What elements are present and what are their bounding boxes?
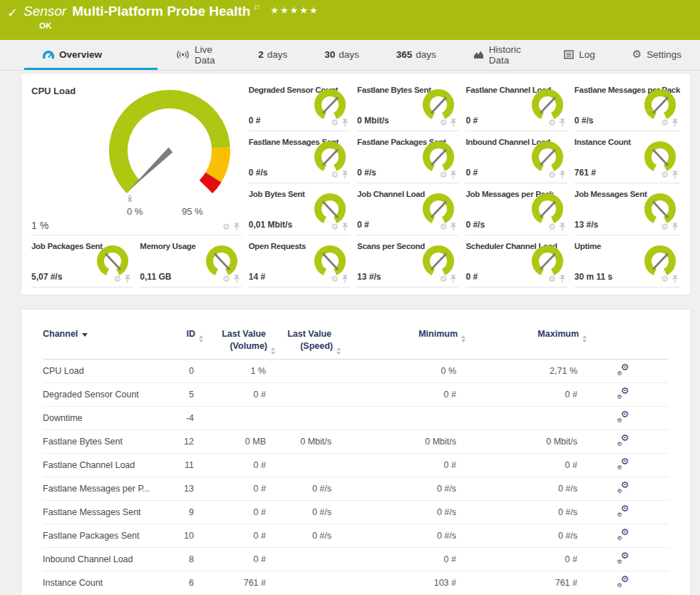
edit-channel-icon[interactable]: ⚙⚙ — [617, 506, 629, 517]
last-value-speed: 0 #/s — [266, 500, 331, 524]
minimum-value: 0 #/s — [331, 524, 456, 547]
sort-toggle-icon[interactable] — [461, 335, 465, 342]
minimum-value: 0 # — [331, 453, 456, 477]
channel-name: Degraded Sensor Count — [43, 382, 153, 406]
mini-gauge — [643, 243, 677, 278]
tile-pin-icon[interactable] — [559, 171, 566, 179]
tile-pin-icon[interactable] — [671, 118, 679, 127]
flag-icon[interactable]: ⚐ — [253, 4, 260, 13]
edit-channel-icon[interactable]: ⚙⚙ — [617, 459, 629, 469]
tab-30-days[interactable]: 30days — [306, 40, 378, 70]
maximum-value: 0 # — [456, 453, 577, 477]
sort-toggle-icon[interactable] — [336, 347, 341, 355]
last-value-speed: 0 #/s — [266, 477, 331, 500]
tile-settings-icon[interactable]: ⚙ — [331, 118, 339, 127]
column-header-max[interactable]: Maximum — [456, 314, 577, 359]
channel-name: Downtime — [43, 406, 153, 429]
column-header-channel[interactable]: Channel — [43, 314, 153, 359]
tile-settings-icon[interactable]: ⚙ — [222, 275, 230, 283]
tile-pin-icon[interactable] — [341, 275, 349, 283]
edit-channel-icon[interactable]: ⚙⚙ — [617, 435, 629, 446]
tab-live-data[interactable]: Live Data — [158, 40, 240, 70]
chart-icon — [473, 50, 484, 59]
edit-channel-icon[interactable]: ⚙⚙ — [617, 576, 629, 587]
column-header-speed[interactable]: Last Value(Speed) — [266, 314, 331, 359]
tile-pin-icon[interactable] — [559, 118, 566, 127]
tile-pin-icon[interactable] — [124, 275, 131, 283]
tile-pin-icon[interactable] — [559, 275, 566, 283]
edit-channel-icon[interactable]: ⚙⚙ — [617, 412, 629, 422]
tile-pin-icon[interactable] — [341, 223, 349, 231]
edit-channel-icon[interactable]: ⚙⚙ — [617, 388, 629, 399]
tile-settings-icon[interactable]: ⚙ — [548, 118, 556, 127]
last-value-speed — [266, 406, 331, 429]
tile-pin-icon[interactable] — [671, 223, 679, 231]
last-value-volume: 761 # — [194, 571, 266, 594]
gauge-tile-instance-count: Instance Count761 #⚙ — [575, 131, 680, 183]
tab-365-days[interactable]: 365days — [378, 40, 455, 70]
sort-toggle-icon[interactable] — [271, 347, 275, 355]
tile-pin-icon[interactable] — [233, 223, 240, 231]
edit-channel-icon[interactable]: ⚙⚙ — [617, 529, 629, 540]
tile-settings-icon[interactable]: ⚙ — [331, 223, 339, 231]
gauge-threshold-label: 95 % — [182, 206, 203, 217]
channel-name: Fastlane Packages Sent — [43, 524, 153, 547]
tile-settings-icon[interactable]: ⚙ — [440, 223, 448, 231]
column-header-vol[interactable]: Last Value(Volume) — [194, 314, 266, 359]
tile-pin-icon[interactable] — [671, 171, 679, 179]
tile-pin-icon[interactable] — [450, 223, 457, 231]
gauge-tile-memory-usage: Memory Usage0,11 GB⚙ — [140, 235, 241, 288]
mini-gauge — [313, 139, 347, 173]
tile-settings-icon[interactable]: ⚙ — [548, 275, 556, 283]
channel-row-instance-count: Instance Count6761 #103 #761 #⚙⚙ — [43, 571, 669, 594]
sort-toggle-icon[interactable] — [582, 335, 587, 342]
channel-id: 11 — [153, 453, 194, 477]
edit-channel-icon[interactable]: ⚙⚙ — [617, 365, 629, 375]
tile-pin-icon[interactable] — [671, 275, 679, 283]
minimum-value: 0 Mbit/s — [331, 429, 456, 453]
tile-settings-icon[interactable]: ⚙ — [440, 171, 448, 179]
column-header-id[interactable]: ID — [153, 314, 194, 359]
gauges-panel: CPU Load x̄ 0 % 95 % 1 % ⚙ — [21, 73, 690, 295]
tile-pin-icon[interactable] — [450, 118, 457, 127]
gauge-tile-fastlane-messages-per-pack: Fastlane Messages per Pack0 #/s⚙ — [575, 79, 680, 131]
sensor-title: Multi-Platform Probe Health — [72, 4, 250, 19]
tile-pin-icon[interactable] — [450, 171, 457, 179]
tab-log[interactable]: Log — [545, 40, 614, 70]
tile-settings-icon[interactable]: ⚙ — [331, 275, 339, 283]
tile-settings-icon[interactable]: ⚙ — [222, 223, 230, 231]
tile-settings-icon[interactable]: ⚙ — [661, 275, 669, 283]
tab-2-days[interactable]: 2days — [240, 40, 306, 70]
tile-settings-icon[interactable]: ⚙ — [440, 118, 448, 127]
tile-settings-icon[interactable]: ⚙ — [331, 171, 339, 179]
last-value-volume: 0 MB — [194, 429, 266, 453]
priority-stars-icon[interactable]: ★★★★★ — [270, 5, 319, 16]
tile-settings-icon[interactable]: ⚙ — [661, 118, 669, 127]
tile-value: 0,11 GB — [140, 272, 171, 282]
tab-historic-data[interactable]: Historic Data — [455, 40, 545, 70]
gauge-tile-job-messages-sent: Job Messages Sent13 #/s⚙ — [575, 183, 680, 235]
channel-id: 13 — [153, 477, 194, 500]
channel-id: 8 — [153, 547, 194, 571]
tab-overview[interactable]: Overview — [24, 40, 158, 70]
tile-settings-icon[interactable]: ⚙ — [661, 171, 669, 179]
tile-pin-icon[interactable] — [341, 171, 349, 179]
tile-settings-icon[interactable]: ⚙ — [440, 275, 448, 283]
edit-channel-icon[interactable]: ⚙⚙ — [617, 553, 629, 564]
tile-value: 14 # — [249, 272, 265, 282]
column-header-min[interactable]: Minimum — [331, 314, 456, 359]
tile-pin-icon[interactable] — [233, 275, 240, 283]
tile-settings-icon[interactable]: ⚙ — [548, 223, 556, 231]
minimum-value: 0 # — [331, 382, 456, 406]
tile-pin-icon[interactable] — [341, 118, 349, 127]
sort-toggle-icon[interactable] — [199, 335, 203, 342]
tile-settings-icon[interactable]: ⚙ — [548, 171, 556, 179]
channel-row-downtime: Downtime-4⚙⚙ — [43, 406, 669, 429]
tile-pin-icon[interactable] — [559, 223, 566, 231]
tab-settings[interactable]: ⚙Settings — [614, 40, 700, 70]
tile-settings-icon[interactable]: ⚙ — [661, 223, 669, 231]
edit-channel-icon[interactable]: ⚙⚙ — [617, 482, 629, 493]
tile-settings-icon[interactable]: ⚙ — [114, 275, 122, 283]
tile-pin-icon[interactable] — [450, 275, 457, 283]
channel-table-panel: ChannelIDLast Value(Volume)Last Value(Sp… — [21, 310, 690, 595]
